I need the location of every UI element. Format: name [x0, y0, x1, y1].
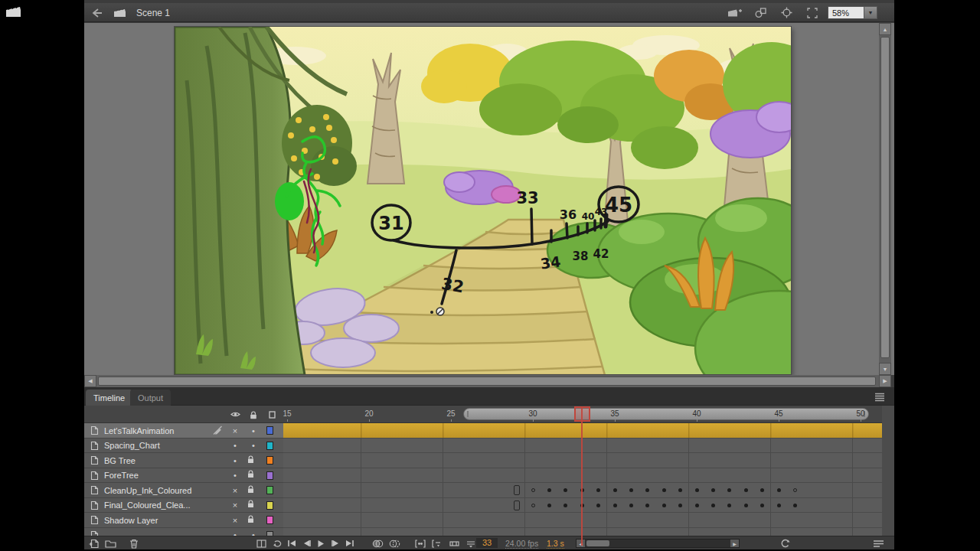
layer-list-header: [84, 406, 283, 423]
onion-skin-button[interactable]: [371, 538, 384, 549]
zoom-dropdown-button[interactable]: ▼: [864, 6, 877, 19]
scroll-left-button[interactable]: ◀: [84, 375, 96, 387]
layer-row[interactable]: BG Tree•: [84, 453, 283, 468]
scrollbar-thumb[interactable]: [586, 540, 609, 546]
tab-timeline[interactable]: Timeline: [86, 390, 132, 406]
keyframe-dot: [744, 504, 748, 507]
scrollbar-thumb[interactable]: [880, 37, 890, 358]
back-button[interactable]: [89, 5, 106, 21]
show-hide-all-layers-icon[interactable]: [230, 411, 240, 418]
panel-menu-icon[interactable]: [874, 393, 885, 402]
onion-skin-outlines-button[interactable]: [387, 538, 401, 549]
scroll-down-button[interactable]: ▼: [879, 363, 891, 375]
keyframe-dot: [596, 488, 600, 492]
timeline-range-slider[interactable]: [463, 408, 869, 420]
scroll-up-button[interactable]: ▲: [879, 23, 891, 35]
annotation-32: 32: [440, 275, 466, 297]
modify-markers-button[interactable]: [430, 538, 444, 549]
timeline-horizontal-scrollbar[interactable]: ◀ ▶: [576, 539, 740, 548]
empty-keyframe-dot: [531, 488, 535, 492]
step-forward-button[interactable]: [328, 538, 342, 549]
elapsed-time-label: 1.3 s: [547, 539, 564, 549]
step-back-button[interactable]: [299, 538, 313, 549]
scroll-right-button[interactable]: ▶: [730, 540, 739, 547]
timeline-options-icon[interactable]: [871, 538, 885, 549]
stage-horizontal-scrollbar[interactable]: ◀ ▶: [84, 375, 891, 387]
layer-row[interactable]: CleanUp_Ink_Coloured×: [84, 483, 283, 498]
keyframe-dot: [777, 504, 781, 507]
center-stage-button[interactable]: [778, 5, 795, 21]
clip-content-button[interactable]: [804, 5, 821, 21]
empty-keyframe-dot: [793, 488, 797, 492]
annotation-40: 40: [582, 211, 595, 222]
ruler-frame-number: 45: [774, 409, 782, 418]
layer-outline-color-chip[interactable]: [266, 501, 273, 510]
layer-visibility-toggle[interactable]: •: [229, 530, 241, 536]
layer-type-icon: [90, 425, 99, 435]
layer-name-label: Shadow Layer: [104, 516, 158, 525]
keyframe-dot: [547, 488, 551, 492]
current-frame-field[interactable]: 33: [476, 538, 498, 548]
loop-playback-button[interactable]: [270, 538, 284, 549]
layer-row[interactable]: ••: [84, 528, 283, 536]
layer-lock-toggle[interactable]: •: [247, 440, 260, 451]
reset-timeline-zoom-button[interactable]: [778, 538, 792, 549]
new-layer-button[interactable]: [87, 538, 101, 549]
tab-output[interactable]: Output: [130, 390, 171, 406]
layer-visibility-toggle[interactable]: •: [229, 470, 241, 481]
edit-multiple-frames-button[interactable]: [413, 538, 427, 549]
playhead-marker[interactable]: [574, 406, 590, 422]
layer-lock-toggle[interactable]: [247, 455, 260, 464]
keyframe-dot: [760, 504, 764, 507]
delete-layer-button[interactable]: [127, 538, 141, 549]
new-folder-button[interactable]: [103, 538, 117, 549]
layer-visibility-toggle[interactable]: ×: [229, 425, 241, 436]
zoom-level-field[interactable]: 58%: [828, 6, 864, 19]
go-to-last-frame-button[interactable]: [343, 538, 357, 549]
edit-bar: Scene 1: [84, 3, 894, 22]
go-to-first-frame-button[interactable]: [285, 538, 299, 549]
pencil-slash-icon: [213, 425, 223, 435]
layer-lock-toggle[interactable]: [247, 515, 260, 523]
ruler-tick: [287, 419, 288, 422]
layer-lock-toggle[interactable]: [247, 485, 260, 494]
layer-outline-color-chip[interactable]: [266, 486, 273, 494]
edit-scene-button[interactable]: [726, 5, 743, 21]
layer-type-icon: [90, 530, 99, 536]
layer-visibility-toggle[interactable]: ×: [229, 485, 241, 496]
stage-vertical-scrollbar[interactable]: ▲ ▼: [879, 23, 891, 375]
layer-outline-color-chip[interactable]: [266, 516, 273, 524]
onion-marker-range-button[interactable]: [447, 538, 461, 549]
layer-row[interactable]: Let'sTalkAnimation×•: [84, 423, 283, 439]
layer-visibility-toggle[interactable]: •: [229, 440, 241, 451]
scene-name-label[interactable]: Scene 1: [136, 8, 170, 18]
layer-outline-color-chip[interactable]: [266, 442, 273, 450]
annotation-38: 38: [573, 249, 589, 263]
layer-row[interactable]: Final_Coloured_Clea...×: [84, 498, 283, 514]
keyframe-dot: [711, 488, 715, 492]
layer-visibility-toggle[interactable]: ×: [229, 500, 241, 510]
outline-all-layers-icon[interactable]: [269, 411, 276, 419]
keyframe-dot: [662, 488, 666, 492]
layer-visibility-toggle[interactable]: •: [229, 455, 241, 466]
layer-row[interactable]: Spacing_Chart••: [84, 439, 283, 454]
layer-outline-color-chip[interactable]: [266, 471, 273, 480]
scroll-right-button[interactable]: ▶: [879, 375, 891, 387]
layer-lock-toggle[interactable]: •: [247, 530, 260, 536]
play-button[interactable]: [314, 538, 328, 549]
layer-visibility-toggle[interactable]: ×: [229, 515, 241, 526]
layer-lock-toggle[interactable]: [247, 470, 260, 478]
layer-lock-toggle[interactable]: •: [247, 425, 260, 436]
center-frame-button[interactable]: [254, 538, 268, 549]
stage-canvas[interactable]: 31 45 33 36 40 43 34 38 42 32: [175, 27, 791, 374]
layer-row[interactable]: Shadow Layer×: [84, 513, 283, 528]
frame-rate-field[interactable]: 24.00 fps: [505, 539, 538, 549]
layer-outline-color-chip[interactable]: [266, 456, 273, 465]
layer-name-label: Let'sTalkAnimation: [104, 426, 174, 435]
edit-symbols-button[interactable]: [752, 5, 769, 21]
layer-row[interactable]: ForeTree•: [84, 468, 283, 484]
layer-lock-toggle[interactable]: [247, 500, 260, 508]
scrollbar-thumb[interactable]: [98, 377, 876, 386]
layer-outline-color-chip[interactable]: [266, 426, 273, 435]
lock-all-layers-icon[interactable]: [250, 411, 257, 419]
